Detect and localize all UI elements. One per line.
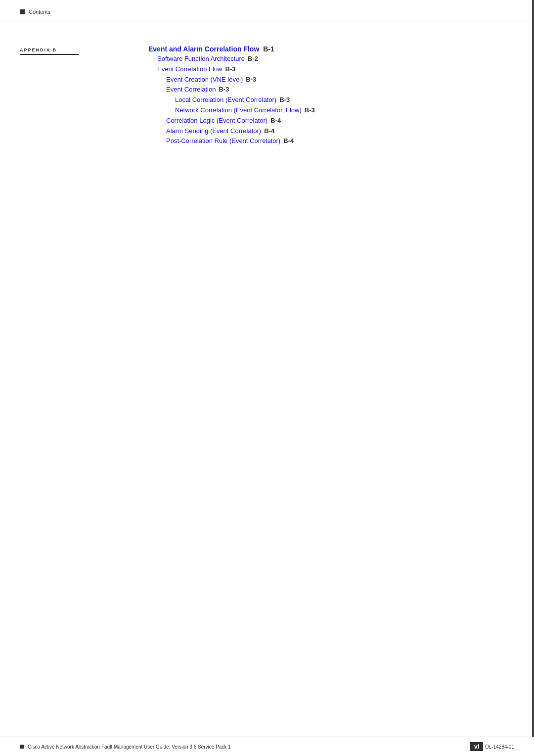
toc-page-1: B-3	[225, 64, 236, 75]
toc-entry-7: Alarm Sending (Event Correlator) B-4	[148, 126, 315, 137]
footer-doc-title: Cisco Active Network Abstraction Fault M…	[28, 744, 231, 750]
toc-link-4[interactable]: Local Correlation (Event Correlator)	[175, 95, 276, 105]
toc-entry-2: Event Creation (VNE level) B-3	[148, 75, 315, 85]
toc-entry-4: Local Correlation (Event Correlator) B-3	[148, 95, 315, 105]
page-footer: Cisco Active Network Abstraction Fault M…	[0, 737, 534, 756]
appendix-label: APPENDIX B	[20, 47, 84, 52]
appendix-divider	[20, 54, 79, 55]
toc-entry-5: Network Correlation (Event Correlator, F…	[148, 105, 315, 116]
appendix-row: APPENDIX B Event and Alarm Correlation F…	[20, 40, 514, 146]
toc-link-1[interactable]: Event Correlation Flow	[157, 64, 222, 75]
toc-link-7[interactable]: Alarm Sending (Event Correlator)	[166, 126, 261, 137]
footer-left: Cisco Active Network Abstraction Fault M…	[20, 744, 231, 750]
toc-page-2: B-3	[246, 75, 256, 85]
header-title: Contents	[29, 9, 50, 15]
toc-link-0[interactable]: Software Function Architecture	[157, 54, 245, 64]
toc-page-5: B-3	[305, 105, 315, 116]
toc-link-8[interactable]: Post-Correlation Rule (Event Correlator)	[166, 136, 280, 146]
main-content: APPENDIX B Event and Alarm Correlation F…	[0, 20, 534, 146]
footer-doc-id: OL-14284-01	[485, 744, 514, 750]
toc-page-3: B-3	[219, 85, 229, 95]
toc-page-0: B-2	[248, 54, 258, 64]
main-entry-page: B-1	[263, 45, 274, 53]
main-entry-link[interactable]: Event and Alarm Correlation Flow	[148, 45, 259, 53]
footer-page-number: vi	[470, 742, 483, 751]
footer-right: vi OL-14284-01	[470, 742, 514, 751]
toc-page-4: B-3	[279, 95, 290, 105]
page-header: Contents	[0, 0, 534, 20]
header-square-icon	[20, 9, 25, 14]
toc-link-5[interactable]: Network Correlation (Event Correlator, F…	[175, 105, 302, 116]
appendix-main-entry: Event and Alarm Correlation Flow B-1	[148, 45, 315, 53]
toc-link-6[interactable]: Correlation Logic (Event Correlator)	[166, 116, 267, 126]
toc-entry-8: Post-Correlation Rule (Event Correlator)…	[148, 136, 315, 146]
toc-page-6: B-4	[270, 116, 281, 126]
toc-entry-6: Correlation Logic (Event Correlator) B-4	[148, 116, 315, 126]
footer-square-icon	[20, 745, 24, 749]
toc-entries-list: Software Function Architecture B-2 Event…	[148, 54, 315, 146]
toc-page-7: B-4	[264, 126, 274, 137]
toc-link-3[interactable]: Event Correlation	[166, 85, 216, 95]
toc-container: Event and Alarm Correlation Flow B-1 Sof…	[148, 45, 315, 146]
toc-page-8: B-4	[283, 136, 294, 146]
toc-entry-3: Event Correlation B-3	[148, 85, 315, 95]
toc-link-2[interactable]: Event Creation (VNE level)	[166, 75, 243, 85]
toc-entry-1: Event Correlation Flow B-3	[148, 64, 315, 75]
toc-entry-0: Software Function Architecture B-2	[148, 54, 315, 64]
